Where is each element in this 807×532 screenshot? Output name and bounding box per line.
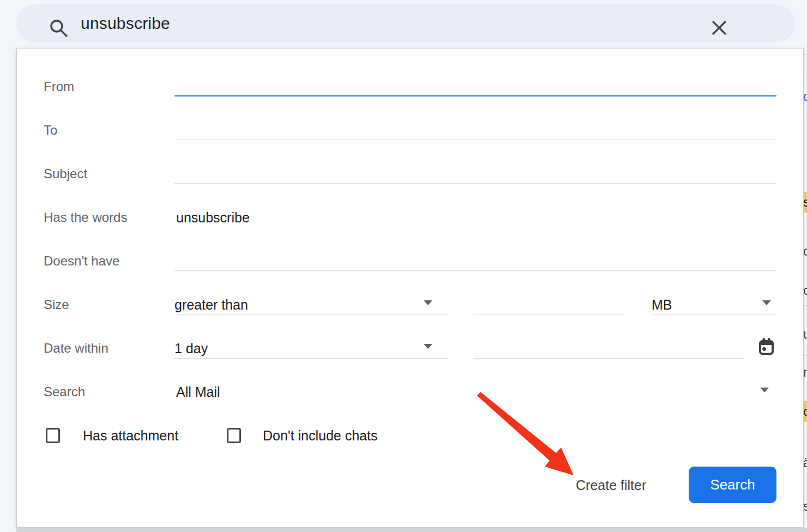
has-attachment-checkbox[interactable] [46, 428, 60, 443]
search-bar[interactable]: unsubscribe [16, 4, 795, 43]
dont-include-chats-checkbox[interactable] [227, 428, 241, 443]
from-label: From [44, 78, 74, 95]
date-range-select[interactable]: 1 day [174, 340, 208, 356]
has-words-input[interactable]: unsubscribe [176, 209, 250, 226]
search-icon [48, 17, 70, 39]
date-input[interactable] [473, 358, 744, 359]
size-unit-select[interactable]: MB [652, 297, 672, 313]
create-filter-button[interactable]: Create filter [576, 476, 646, 494]
background-row-separator [804, 305, 807, 306]
search-scope-select[interactable]: All Mail [176, 384, 220, 400]
date-within-label: Date within [44, 340, 109, 356]
date-range-underline[interactable] [174, 358, 448, 359]
background-text-fragment: o [804, 401, 807, 422]
background-text-fragment: u [804, 325, 807, 343]
search-filter-panel [16, 48, 804, 528]
doesnt-have-input[interactable] [174, 270, 776, 271]
to-label: To [44, 122, 57, 138]
background-text-fragment: d [804, 87, 807, 106]
close-icon[interactable] [710, 19, 728, 37]
background-text-fragment: s [804, 192, 807, 213]
size-comparator-dropdown-icon[interactable] [424, 300, 432, 305]
size-comparator-underline[interactable] [174, 315, 448, 315]
calendar-icon[interactable] [758, 337, 774, 356]
background-text-fragment: s [804, 497, 807, 516]
dont-include-chats-label: Don't include chats [263, 427, 377, 444]
size-unit-dropdown-icon[interactable] [762, 300, 771, 305]
to-input[interactable] [174, 140, 776, 140]
background-text-fragment: c [804, 281, 807, 300]
subject-label: Subject [44, 166, 87, 182]
subject-input[interactable] [174, 183, 776, 184]
search-button[interactable]: Search [689, 467, 776, 503]
background-row-separator [804, 355, 807, 356]
background-row-separator [804, 55, 807, 55]
size-amount-input[interactable] [473, 315, 625, 315]
search-scope-dropdown-icon[interactable] [760, 388, 769, 392]
has-attachment-label: Has attachment [83, 427, 178, 444]
background-text-fragment: n [804, 363, 807, 382]
search-scope-label: Search [44, 384, 85, 400]
page-background: dsocunoäs unsubscribe From To Subject Ha… [0, 0, 807, 532]
size-comparator-select[interactable]: greater than [174, 297, 248, 313]
panel-bottom-shadow [16, 528, 807, 532]
background-text-fragment: ä [804, 454, 807, 472]
background-row-separator [804, 155, 807, 155]
has-words-label: Has the words [44, 209, 127, 226]
search-scope-underline[interactable] [174, 402, 776, 402]
date-range-dropdown-icon[interactable] [424, 344, 432, 349]
size-unit-underline[interactable] [652, 315, 777, 315]
background-text-fragment: o [804, 242, 807, 261]
background-email-list: dsocunoäs [804, 48, 807, 528]
doesnt-have-label: Doesn't have [44, 253, 119, 269]
from-input[interactable] [174, 95, 776, 96]
size-label: Size [44, 297, 69, 313]
search-query-text[interactable]: unsubscribe [81, 4, 170, 43]
has-words-underline[interactable] [174, 227, 776, 227]
